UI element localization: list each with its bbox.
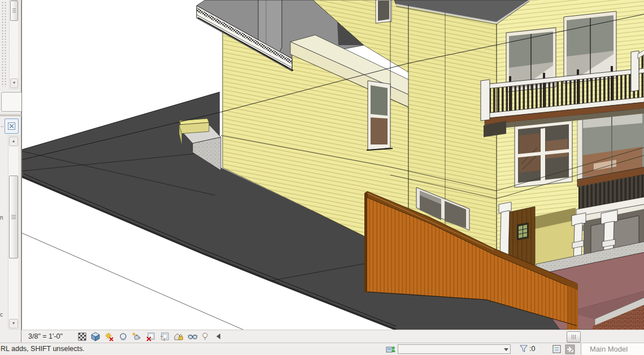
panel-vertical-scrollbar-top[interactable]: ▾ [9, 0, 19, 89]
design-options-dropdown[interactable]: Main Model [581, 343, 644, 355]
visual-style-icon[interactable] [90, 332, 101, 341]
editable-only-icon[interactable] [552, 344, 562, 354]
drawing-area[interactable] [21, 0, 644, 330]
worksets-icon[interactable] [386, 344, 396, 354]
detail-level-icon[interactable] [77, 332, 88, 341]
boxed-x-icon [8, 122, 15, 130]
panel-vertical-scrollbar-bottom[interactable]: ▴ ▾ [8, 135, 19, 330]
active-workset-dropdown[interactable] [398, 344, 511, 354]
sun-path-icon[interactable] [104, 332, 114, 341]
narrow-double-hung-window[interactable] [367, 81, 393, 150]
view-control-bar: 3/8" = 1'-0" [21, 330, 644, 343]
scroll-up-button[interactable]: ▴ [9, 137, 18, 146]
status-hint: RL adds, SHIFT unselects. [1, 345, 85, 353]
horizontal-scrollbar-thumb[interactable] [567, 331, 581, 343]
temporary-hide-isolate-icon[interactable] [188, 332, 198, 341]
locked-3d-view-icon[interactable] [173, 332, 184, 341]
collapse-arrow-icon[interactable] [216, 334, 220, 339]
clipped-text: c [0, 312, 3, 318]
selection-filter[interactable]: :0 [519, 344, 535, 353]
shadows-icon[interactable] [118, 332, 128, 341]
view-scale-button[interactable]: 3/8" = 1'-0" [28, 332, 63, 340]
filter-funnel-icon [519, 344, 528, 353]
left-panel-edge: ▾ .. ▴ ▾ n c [0, 0, 21, 343]
fence-end [364, 191, 367, 293]
design-option-label: Main Model [590, 345, 628, 353]
clipped-text: .. [1, 122, 4, 128]
show-rendering-dialog-icon[interactable] [132, 332, 142, 341]
reveal-hidden-elements-icon[interactable] [202, 332, 208, 341]
panel-texture [1, 1, 7, 87]
scroll-down-button[interactable]: ▾ [9, 319, 18, 328]
status-bar: RL adds, SHIFT unselects. :0 [0, 343, 644, 355]
press-drag-icon[interactable] [565, 344, 575, 354]
tower-window[interactable] [376, 0, 391, 23]
show-crop-region-icon[interactable] [160, 332, 170, 341]
clipped-text: n [0, 214, 3, 221]
chevron-down-icon [504, 348, 508, 351]
scroll-down-button[interactable]: ▾ [10, 78, 18, 88]
revit-window: ▾ .. ▴ ▾ n c [0, 0, 644, 355]
panel-divider [0, 114, 21, 116]
corner-post [481, 80, 490, 121]
filter-count: :0 [529, 345, 535, 353]
panel-button[interactable] [5, 119, 19, 134]
scrollbar-thumb[interactable] [10, 1, 18, 21]
scrollbar-thumb[interactable] [9, 176, 18, 258]
crop-view-icon[interactable] [146, 332, 156, 341]
